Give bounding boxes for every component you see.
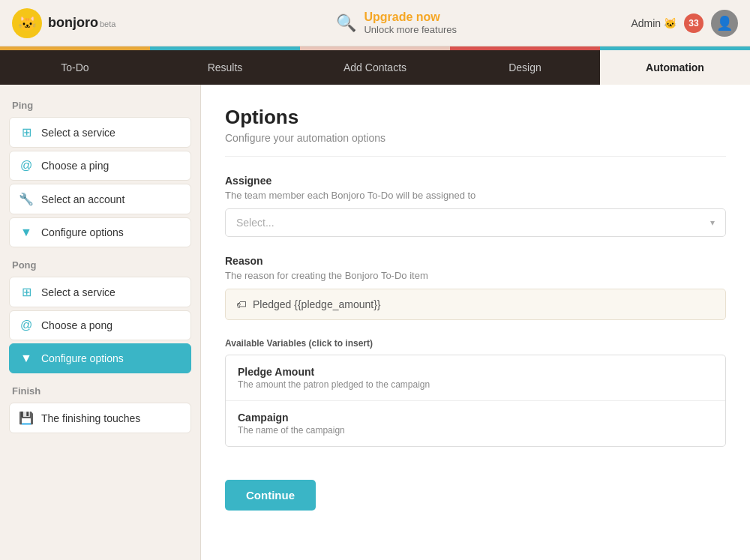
reason-label: Reason xyxy=(225,255,726,267)
sidebar-item-label: Choose a ping xyxy=(41,160,109,172)
variable-campaign[interactable]: Campaign The name of the campaign xyxy=(226,401,725,446)
sidebar-item-label: Choose a pong xyxy=(41,319,112,331)
sidebar-pong-group: Pong ⊞ Select a service @ Choose a pong … xyxy=(9,259,191,373)
sidebar-item-finish[interactable]: 💾 The finishing touches xyxy=(9,403,191,433)
sidebar-item-ping-choose[interactable]: @ Choose a ping xyxy=(9,151,191,181)
main-layout: Ping ⊞ Select a service @ Choose a ping … xyxy=(0,85,750,560)
tab-automation[interactable]: Automation xyxy=(600,50,750,85)
at-icon-pong: @ xyxy=(19,319,34,332)
logo-icon: 🐱 xyxy=(12,8,42,38)
page-title: Options xyxy=(225,106,726,129)
assignee-section: Assignee The team member each Bonjoro To… xyxy=(225,175,726,237)
sidebar-finish-group: Finish 💾 The finishing touches xyxy=(9,385,191,433)
header: 🐱 bonjorobeta 🔍 Upgrade now Unlock more … xyxy=(0,0,750,46)
continue-button[interactable]: Continue xyxy=(225,480,316,511)
at-icon: @ xyxy=(19,159,34,172)
finish-label: Finish xyxy=(9,385,191,397)
variable-desc: The amount the patron pledged to the cam… xyxy=(238,379,713,390)
sidebar-item-pong-configure[interactable]: ▼ Configure options xyxy=(9,343,191,373)
assignee-label: Assignee xyxy=(225,175,726,187)
sidebar-item-label: Configure options xyxy=(41,352,124,364)
variables-label: Available Variables (click to insert) xyxy=(225,338,726,349)
variable-desc: The name of the campaign xyxy=(238,425,713,436)
sidebar-item-label: The finishing touches xyxy=(41,412,140,424)
logo-text: bonjorobeta xyxy=(48,15,116,31)
tab-add-contacts[interactable]: Add Contacts xyxy=(300,50,450,85)
page-subtitle: Configure your automation options xyxy=(225,132,726,157)
admin-label: Admin 🐱 xyxy=(631,17,676,29)
variable-name: Pledge Amount xyxy=(238,366,713,378)
reason-field[interactable]: 🏷 Pledged {{pledge_amount}} xyxy=(225,289,726,320)
filter-icon-pong: ▼ xyxy=(19,352,34,365)
nav-tabs: To-Do Results Add Contacts Design Automa… xyxy=(0,50,750,85)
sidebar-item-label: Configure options xyxy=(41,226,124,238)
sidebar-item-ping-configure[interactable]: ▼ Configure options xyxy=(9,217,191,247)
chevron-down-icon: ▾ xyxy=(710,217,715,228)
filter-icon: ▼ xyxy=(19,226,34,239)
assignee-dropdown[interactable]: Select... ▾ xyxy=(225,208,726,237)
save-icon: 💾 xyxy=(19,411,34,425)
sidebar: Ping ⊞ Select a service @ Choose a ping … xyxy=(0,85,201,560)
upgrade-icon: 🔍 xyxy=(336,13,356,33)
grid-icon-pong: ⊞ xyxy=(19,285,34,299)
variables-section: Available Variables (click to insert) Pl… xyxy=(225,338,726,447)
upgrade-title: Upgrade now xyxy=(364,10,457,24)
reason-section: Reason The reason for creating the Bonjo… xyxy=(225,255,726,320)
upgrade-subtitle: Unlock more features xyxy=(364,24,457,35)
assignee-desc: The team member each Bonjoro To-Do will … xyxy=(225,190,726,201)
sidebar-ping-group: Ping ⊞ Select a service @ Choose a ping … xyxy=(9,100,191,247)
sidebar-item-label: Select a service xyxy=(41,286,116,298)
assignee-placeholder: Select... xyxy=(236,217,274,229)
variable-pledge-amount[interactable]: Pledge Amount The amount the patron pled… xyxy=(226,355,725,401)
notification-badge[interactable]: 33 xyxy=(684,13,704,33)
logo-area: 🐱 bonjorobeta xyxy=(12,8,162,38)
sidebar-item-label: Select an account xyxy=(41,193,124,205)
sidebar-item-ping-service[interactable]: ⊞ Select a service xyxy=(9,117,191,148)
variables-box: Pledge Amount The amount the patron pled… xyxy=(225,355,726,447)
sidebar-item-label: Select a service xyxy=(41,127,116,139)
sidebar-item-ping-account[interactable]: 🔧 Select an account xyxy=(9,184,191,214)
sidebar-item-pong-service[interactable]: ⊞ Select a service xyxy=(9,277,191,307)
tab-design[interactable]: Design xyxy=(450,50,600,85)
upgrade-banner[interactable]: 🔍 Upgrade now Unlock more features xyxy=(162,10,631,35)
tab-todo[interactable]: To-Do xyxy=(0,50,150,85)
tag-icon: 🏷 xyxy=(236,298,247,310)
pong-label: Pong xyxy=(9,259,191,271)
variable-name: Campaign xyxy=(238,412,713,424)
reason-value: Pledged {{pledge_amount}} xyxy=(253,298,381,310)
tab-results[interactable]: Results xyxy=(150,50,300,85)
content-area: Options Configure your automation option… xyxy=(201,85,750,560)
reason-desc: The reason for creating the Bonjoro To-D… xyxy=(225,270,726,281)
ping-label: Ping xyxy=(9,100,191,111)
wrench-icon: 🔧 xyxy=(19,192,34,206)
avatar[interactable]: 👤 xyxy=(711,10,738,37)
grid-icon: ⊞ xyxy=(19,125,34,139)
sidebar-item-pong-choose[interactable]: @ Choose a pong xyxy=(9,310,191,340)
header-right: Admin 🐱 33 👤 xyxy=(631,10,738,37)
